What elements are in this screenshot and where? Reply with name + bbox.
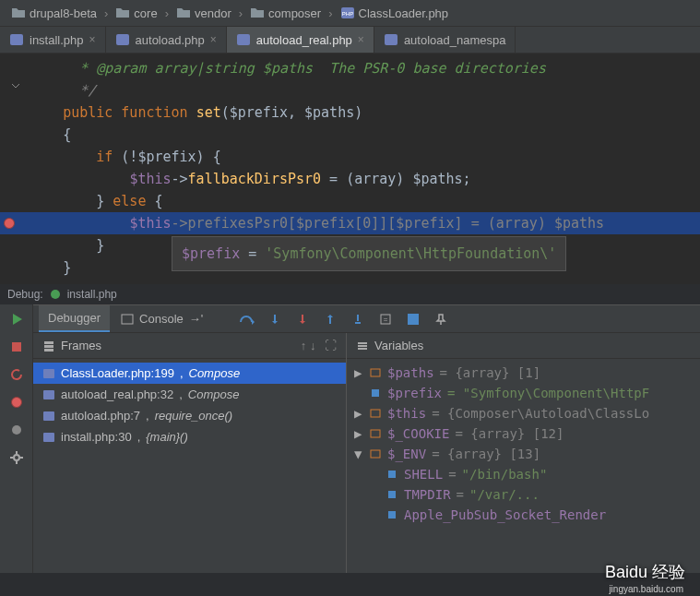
variable-row[interactable]: ▶ $_COOKIE = {array} [12] (347, 423, 700, 444)
tab-autoload[interactable]: autoload.php × (106, 27, 227, 53)
tab-autoload-namespaces[interactable]: autoload_namespa (374, 27, 516, 53)
array-icon (369, 366, 382, 379)
close-icon[interactable]: × (89, 33, 96, 46)
variable-row[interactable]: TMPDIR = "/var/... (347, 484, 700, 505)
tab-install[interactable]: install.php × (0, 27, 106, 53)
step-into-button[interactable] (266, 310, 284, 328)
tab-console[interactable]: Console →' (112, 306, 212, 331)
php-file-icon (42, 431, 55, 444)
breakpoint-icon[interactable] (4, 218, 15, 229)
step-over-button[interactable] (238, 310, 256, 328)
svg-rect-25 (371, 430, 380, 437)
close-icon[interactable]: × (358, 33, 364, 46)
debug-side-toolbar (0, 304, 33, 573)
expander-icon[interactable]: ▼ (354, 447, 363, 461)
array-icon (369, 427, 382, 440)
variable-row[interactable]: SHELL = "/bin/bash" (347, 464, 700, 484)
fold-icon[interactable] (9, 79, 22, 92)
pin-button[interactable] (432, 310, 450, 328)
close-icon[interactable]: × (210, 33, 217, 46)
svg-point-8 (12, 425, 21, 435)
frame-context: require_once() (155, 409, 233, 423)
step-out-button[interactable] (321, 310, 339, 328)
evaluate-button[interactable]: = (376, 310, 395, 328)
breadcrumb-item[interactable]: vendor (172, 4, 235, 22)
chevron-right-icon: › (239, 6, 243, 20)
frame-location: autoload.php:7 (61, 409, 140, 423)
view-breakpoints-button[interactable] (6, 391, 28, 413)
chevron-right-icon: › (165, 6, 169, 20)
var-value: = "Symfony\Component\HttpF (447, 386, 649, 400)
frame-item[interactable]: autoload.php:7, require_once() (33, 405, 346, 426)
folder-icon (250, 6, 265, 20)
svg-rect-29 (388, 511, 396, 519)
svg-point-9 (14, 455, 19, 460)
prev-frame-button[interactable]: ↑ (301, 339, 307, 352)
expander-icon[interactable]: ▶ (354, 365, 363, 380)
breadcrumb-item[interactable]: core (112, 4, 160, 22)
current-execution-line: $this->prefixesPsr0[$prefix[0]][$prefix]… (0, 212, 700, 234)
run-to-cursor-button[interactable] (349, 310, 367, 328)
php-file-icon (9, 32, 24, 47)
breadcrumb-item[interactable]: drupal8-beta (7, 4, 101, 22)
editor-tabs: install.php × autoload.php × autoload_re… (0, 27, 700, 54)
string-icon (386, 488, 398, 501)
frame-item[interactable]: ClassLoader.php:199, Compose (33, 363, 346, 384)
op-arrow: -> (172, 171, 188, 187)
assign: = (array) $paths; (321, 171, 471, 187)
var-name: $paths (387, 365, 434, 380)
expander-icon[interactable]: ▶ (354, 426, 363, 441)
assign: = (array) $paths (463, 215, 605, 232)
variables-title: Variables (374, 339, 423, 352)
variable-row[interactable]: Apple_PubSub_Socket_Render (347, 505, 700, 525)
code-editor[interactable]: * @param array|string $paths The PSR-0 b… (0, 54, 700, 284)
frame-location: ClassLoader.php:199 (61, 366, 174, 380)
brace: } (63, 259, 71, 276)
frames-title: Frames (61, 339, 101, 352)
kw-public: public (63, 104, 113, 121)
force-step-into-button[interactable] (293, 310, 312, 328)
prop: prefixesPsr0 (188, 215, 288, 232)
php-file-icon (236, 32, 251, 47)
frame-item[interactable]: install.php:30, {main}() (33, 426, 346, 447)
object-icon (369, 407, 382, 420)
variable-row[interactable]: ▶ $this = {Composer\Autoload\ClassLo (347, 403, 700, 423)
variable-row[interactable]: $prefix = "Symfony\Component\HttpF (347, 383, 700, 403)
php-file-icon (42, 367, 55, 380)
svg-rect-5 (385, 34, 397, 45)
rerun-button[interactable] (6, 364, 28, 386)
tab-debugger[interactable]: Debugger (39, 305, 110, 332)
bug-icon (49, 288, 62, 301)
debug-tooltip: $prefix = 'Symfony\Component\HttpFoundat… (172, 236, 566, 271)
svg-rect-19 (43, 390, 54, 399)
index: [$prefix[0]][$prefix] (288, 215, 463, 232)
settings-button[interactable] (6, 447, 28, 469)
debug-panels: Frames ↑ ↓ ⛶ ClassLoader.php:199, Compos… (33, 333, 700, 573)
params: ($prefix, $paths) (221, 104, 363, 121)
breadcrumb-label: ClassLoader.php (359, 6, 449, 20)
maximize-icon[interactable]: ⛶ (325, 339, 337, 352)
variable-row[interactable]: ▼ $_ENV = {array} [13] (347, 444, 700, 464)
svg-rect-16 (44, 345, 53, 348)
console-icon (121, 313, 134, 326)
var-this: $this (129, 215, 171, 232)
op-arrow: -> (172, 215, 188, 232)
breadcrumb-item[interactable]: composer (246, 4, 325, 22)
resume-button[interactable] (6, 308, 28, 330)
tab-label: Debugger (48, 311, 101, 325)
next-frame-button[interactable]: ↓ (310, 339, 316, 352)
breadcrumb-item[interactable]: PHP ClassLoader.php (337, 4, 453, 22)
layout-button[interactable] (404, 310, 422, 328)
mute-breakpoints-button[interactable] (6, 419, 28, 441)
breadcrumb-label: core (134, 6, 157, 20)
stop-button[interactable] (6, 336, 28, 358)
expander-icon[interactable]: ▶ (354, 406, 363, 421)
php-file-icon: PHP (340, 6, 355, 20)
frame-item[interactable]: autoload_real.php:32, Compose (33, 384, 346, 405)
tab-autoload-real[interactable]: autoload_real.php × (227, 27, 374, 53)
variable-row[interactable]: ▶ $paths = {array} [1] (347, 363, 700, 383)
var-name: TMPDIR (404, 487, 451, 502)
svg-rect-10 (122, 315, 133, 324)
folder-icon (176, 6, 191, 20)
php-file-icon (115, 32, 130, 47)
